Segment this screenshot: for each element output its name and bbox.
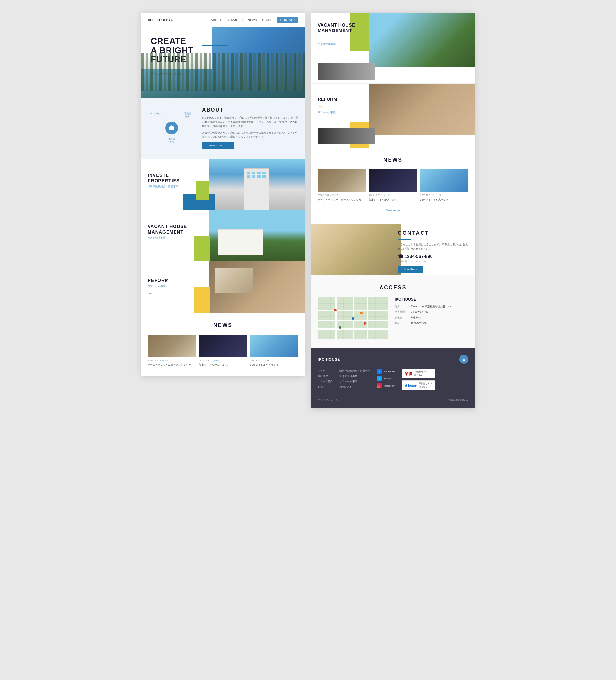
about-section: 不動産売却 空き家管理 リフォーム ABOUT IKC HOUSEでは、和歌山市…: [141, 97, 305, 159]
invest-title: INVESTE PROPERTIES: [147, 173, 180, 183]
twitter-label: Twitter: [384, 377, 391, 380]
about-text-1: IKC HOUSEでは、和歌山市を中心にして不動産金融を取り扱っております。非公…: [202, 116, 298, 128]
view-more-button[interactable]: View more: [374, 206, 412, 214]
vacant-section-right: VACANT HOUSE MANAGEMENT → 空き家管理事業: [311, 13, 475, 83]
hero-buildings: [141, 53, 305, 91]
rakuten-badge[interactable]: 楽得 不動産サイトはこちら →: [402, 369, 435, 378]
news-meta-2: 2020.12.31 ニュース: [199, 359, 247, 362]
vacant-house: [218, 229, 263, 255]
chevron-up-icon: ▲: [462, 357, 466, 362]
contact-mail-button[interactable]: Mail Form: [398, 266, 423, 273]
news-img-3: [250, 335, 298, 357]
news-img-1: [147, 335, 196, 357]
footer-link-staff[interactable]: スタッフ紹介: [318, 380, 333, 383]
news-card-r1[interactable]: 2020.12.31 メディア ホームページをリニューアルしました。: [318, 169, 366, 201]
reform-image-right: [369, 84, 475, 135]
instagram-row[interactable]: i Instagram: [377, 383, 395, 388]
reform-title-right: REFORM: [318, 96, 337, 102]
invest-arrow[interactable]: →: [147, 191, 153, 196]
footer-bottom: プライバシーポリシー © 2021 IKC HOUSE: [318, 395, 469, 402]
right-panel: VACANT HOUSE MANAGEMENT → 空き家管理事業 REFORM…: [311, 13, 475, 408]
svg-marker-1: [169, 125, 174, 127]
footer-top: IKC HOUSE ▲: [318, 355, 469, 364]
nav-contact[interactable]: CONTACT: [277, 17, 298, 23]
vacant-green-block: [194, 236, 210, 261]
news-card-2[interactable]: 2020.12.31 ニュース 記事タイトルが入ります。: [199, 335, 247, 367]
reform-interior: [215, 268, 253, 293]
contact-phone: ☎ 1234-567-890: [398, 254, 469, 259]
footer-link-contact[interactable]: お問い合わせ: [339, 385, 370, 389]
invest-section: INVESTE PROPERTIES 投資不動産紹介・賃貸事業 →: [141, 159, 305, 210]
news-meta-3: 2020.12.31 ニュース: [250, 359, 298, 362]
reform-title-left: REFORM: [147, 278, 169, 283]
facebook-row[interactable]: f Facebook: [377, 369, 395, 374]
about-btn[interactable]: View more →: [202, 142, 234, 149]
footer-link-reform[interactable]: リフォーム事業: [339, 380, 370, 383]
reform-image-left: [208, 261, 305, 313]
news-meta-r2: 2020.12.31 ニュース: [369, 194, 417, 197]
footer-privacy-link[interactable]: プライバシーポリシー: [318, 399, 340, 402]
news-section-left: NEWS 2020.12.31 メディア ホームページをリニューアルしました。 …: [141, 313, 305, 376]
footer-link-home[interactable]: ホーム: [318, 369, 333, 372]
vacant-arrow-left[interactable]: →: [147, 242, 153, 248]
invest-green-block: [196, 181, 208, 200]
twitter-icon: t: [377, 376, 382, 381]
contact-desc: 小さなことからお気になることまで、 不動産の者のなにお気軽にお問い合わせください…: [398, 243, 469, 251]
access-section: ACCESS IKC HOUSE: [311, 275, 475, 348]
vacant-text-left: VACANT HOUSE MANAGEMENT 空き家管理事業 →: [147, 224, 187, 248]
footer-link-company[interactable]: 会社概要: [318, 374, 333, 378]
nav-services[interactable]: SERVICES: [227, 18, 243, 22]
contact-blue-bar: [398, 239, 411, 239]
map-pin-3: [364, 322, 366, 324]
facebook-icon: f: [377, 369, 382, 374]
vacant-subtitle-left: 空き家管理事業: [147, 236, 187, 239]
news-card-1[interactable]: 2020.12.31 メディア ホームページをリニューアルしました。: [147, 335, 196, 367]
nav-links: ABOUT SERVICES NEWS STAFF CONTACT: [211, 17, 298, 23]
hero-section: CREATE A BRIGHT FUTURE 明るい未来をつくるために: [141, 27, 305, 97]
reform-subtitle-left: リフォーム事業: [147, 284, 169, 288]
map-pin-5: [339, 326, 341, 329]
footer-link-vacant[interactable]: 空き家管理事業: [339, 374, 370, 378]
athome-badge[interactable]: at home 不動産サイトはこちら →: [402, 380, 435, 390]
access-table: 住所 〒658-7654 東京都渋谷区渋谷1-2-3 営業時間 9：00〜17：…: [395, 305, 469, 325]
twitter-row[interactable]: t Twitter: [377, 376, 395, 381]
news-meta-r1: 2020.12.31 メディア: [318, 194, 366, 197]
vacant-section-left: VACANT HOUSE MANAGEMENT 空き家管理事業 →: [141, 210, 305, 261]
nav-about[interactable]: ABOUT: [211, 18, 222, 22]
map-pin-1: [334, 309, 337, 311]
reform-sub-right: リフォーム事業: [318, 111, 337, 114]
diagram-item-2: 空き家管理: [164, 138, 180, 144]
rakuten-logo: 楽得: [404, 371, 412, 376]
vacant-text-right: VACANT HOUSE MANAGEMENT → 空き家管理事業: [318, 23, 355, 46]
diagram-center: [165, 121, 178, 134]
nav-staff[interactable]: STAFF: [262, 18, 272, 22]
reform-arrow-right[interactable]: →: [318, 104, 337, 109]
athome-logo: at home: [404, 384, 417, 387]
scroll-to-top-button[interactable]: ▲: [459, 355, 469, 364]
contact-title: CONTACT: [398, 230, 469, 236]
vacant-arrow-right[interactable]: →: [318, 35, 355, 41]
news-card-r3[interactable]: 2020.12.31 ニュース 記事タイトルが入ります。: [420, 169, 469, 201]
news-grid-left: 2020.12.31 メディア ホームページをリニューアルしました。 2020.…: [147, 335, 298, 367]
access-info: IKC HOUSE 住所 〒658-7654 東京都渋谷区渋谷1-2-3 営業時…: [395, 297, 469, 339]
footer-link-news[interactable]: お知らせ: [318, 385, 333, 389]
access-map: [318, 297, 388, 339]
reform-thumb-right: [318, 128, 375, 144]
footer: IKC HOUSE ▲ ホーム 会社概要 スタッフ紹介 お知らせ 投資不動産紹介…: [311, 348, 475, 408]
access-row-4: TEL 1234-567-890: [395, 321, 469, 325]
nav-news[interactable]: NEWS: [248, 18, 257, 22]
diagram-item-1: 不動産売却: [180, 112, 196, 118]
contact-bg-image: [311, 224, 401, 275]
invest-subtitle: 投資不動産紹介・賃貸事業: [147, 185, 180, 188]
vacant-thumb-right: [318, 62, 375, 80]
reform-section-left: REFORM リフォーム事業 →: [141, 261, 305, 313]
reform-arrow-left[interactable]: →: [147, 291, 153, 296]
news-card-r2[interactable]: 2020.12.31 ニュース 記事タイトルが入ります。: [369, 169, 417, 201]
news-title-left: NEWS: [147, 322, 298, 328]
news-card-3[interactable]: 2020.12.31 ニュース 記事タイトルが入ります。: [250, 335, 298, 367]
map-pins: [318, 297, 388, 339]
news-meta-r3: 2020.12.31 ニュース: [420, 194, 469, 197]
vacant-title-right: VACANT HOUSE MANAGEMENT: [318, 23, 355, 33]
map-pin-4: [360, 312, 363, 314]
footer-link-invest[interactable]: 投資不動産紹介・賃貸事業: [339, 369, 370, 372]
